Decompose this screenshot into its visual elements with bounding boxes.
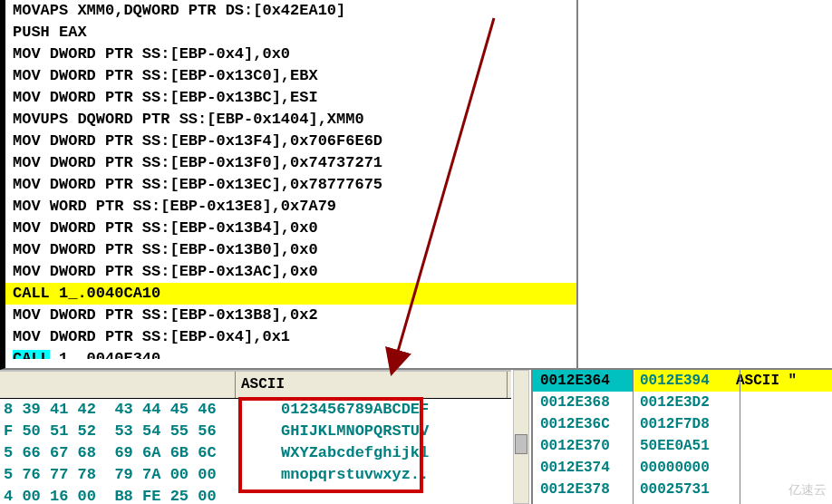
asm-line[interactable]: PUSH EAX bbox=[5, 22, 576, 44]
hex-row[interactable]: F 50 51 52 53 54 55 56 GHIJKLMNOPQRSTUV bbox=[4, 421, 511, 442]
asm-line[interactable]: MOV DWORD PTR SS:[EBP-0x13EC],0x78777675 bbox=[5, 174, 576, 196]
stack-comment bbox=[732, 392, 832, 413]
scroll-thumb[interactable] bbox=[515, 434, 527, 454]
hexdump-header-hex bbox=[0, 372, 236, 398]
stack-scrollbar[interactable] bbox=[513, 370, 529, 504]
asm-line[interactable]: MOV DWORD PTR SS:[EBP-0x13B8],0x2 bbox=[5, 305, 576, 326]
hex-row[interactable]: 5 66 67 68 69 6A 6B 6C WXYZabcdefghijkl bbox=[4, 442, 511, 464]
disassembly-pane[interactable]: MOVAPS XMM0,DQWORD PTR DS:[0x42EA10]PUSH… bbox=[0, 0, 576, 370]
hexdump-pane[interactable]: ASCII 8 39 41 42 43 44 45 46 0123456789A… bbox=[0, 370, 511, 504]
stack-value: 0012F7D8 bbox=[633, 413, 732, 435]
stack-address: 0012E378 bbox=[533, 479, 633, 500]
asm-line[interactable]: MOV DWORD PTR SS:[EBP-0x13C0],EBX bbox=[5, 65, 576, 87]
asm-line[interactable]: MOV WORD PTR SS:[EBP-0x13E8],0x7A79 bbox=[5, 196, 576, 218]
hex-row[interactable]: 8 39 41 42 43 44 45 46 0123456789ABCDEF bbox=[4, 399, 511, 421]
hex-row[interactable]: 5 76 77 78 79 7A 00 00 mnopqrstuvwxyz.. bbox=[4, 464, 511, 486]
asm-line[interactable]: MOV DWORD PTR SS:[EBP-0x13B0],0x0 bbox=[5, 239, 576, 261]
asm-mnemonic: CALL bbox=[13, 285, 50, 302]
asm-mnemonic: CALL bbox=[13, 350, 50, 359]
asm-line[interactable]: MOV DWORD PTR SS:[EBP-0x4],0x1 bbox=[5, 326, 576, 348]
stack-value: 0012E394 bbox=[633, 370, 732, 392]
stack-comment bbox=[732, 435, 832, 457]
stack-value: 00000000 bbox=[633, 457, 732, 479]
asm-line[interactable]: CALL 1_.0040E340 bbox=[5, 348, 576, 359]
stack-address: 0012E374 bbox=[533, 457, 633, 479]
hexdump-header: ASCII bbox=[0, 372, 511, 399]
stack-comment bbox=[732, 457, 832, 479]
stack-value: 50EE0A51 bbox=[633, 435, 732, 457]
stack-row[interactable]: 0012E37800025731 bbox=[533, 479, 832, 500]
stack-value: 00025731 bbox=[633, 479, 732, 500]
asm-line[interactable]: MOVUPS DQWORD PTR SS:[EBP-0x1404],XMM0 bbox=[5, 109, 576, 131]
asm-line[interactable]: MOV DWORD PTR SS:[EBP-0x13BC],ESI bbox=[5, 87, 576, 109]
stack-address: 0012E368 bbox=[533, 392, 633, 413]
stack-comment bbox=[732, 413, 832, 435]
stack-value: 0012E3D2 bbox=[633, 392, 732, 413]
stack-row[interactable]: 0012E36C0012F7D8 bbox=[533, 413, 832, 435]
hexdump-header-ascii: ASCII bbox=[236, 372, 508, 398]
asm-line[interactable]: MOV DWORD PTR SS:[EBP-0x13B4],0x0 bbox=[5, 218, 576, 239]
hex-row[interactable]: 4 00 16 00 B8 FE 25 00 bbox=[4, 486, 511, 504]
watermark: 亿速云 bbox=[788, 482, 827, 499]
stack-pane[interactable]: 0012E3640012E394ASCII "0012E3680012E3D20… bbox=[531, 370, 832, 504]
column-divider bbox=[740, 370, 740, 504]
stack-row[interactable]: 0012E3680012E3D2 bbox=[533, 392, 832, 413]
stack-row[interactable]: 0012E37050EE0A51 bbox=[533, 435, 832, 457]
asm-line[interactable]: MOV DWORD PTR SS:[EBP-0x13F0],0x74737271 bbox=[5, 152, 576, 174]
registers-pane[interactable] bbox=[576, 0, 832, 370]
asm-line[interactable]: MOV DWORD PTR SS:[EBP-0x13F4],0x706F6E6D bbox=[5, 131, 576, 152]
stack-row[interactable]: 0012E37400000000 bbox=[533, 457, 832, 479]
stack-row[interactable]: 0012E3640012E394ASCII " bbox=[533, 370, 832, 392]
column-divider bbox=[633, 370, 634, 504]
asm-line[interactable]: MOV DWORD PTR SS:[EBP-0x4],0x0 bbox=[5, 44, 576, 65]
stack-address: 0012E36C bbox=[533, 413, 633, 435]
asm-line[interactable]: MOV DWORD PTR SS:[EBP-0x13AC],0x0 bbox=[5, 261, 576, 283]
stack-address: 0012E364 bbox=[533, 370, 633, 392]
asm-line[interactable]: CALL 1_.0040CA10 bbox=[5, 283, 576, 305]
stack-address: 0012E370 bbox=[533, 435, 633, 457]
stack-comment: ASCII " bbox=[732, 370, 832, 392]
asm-line[interactable]: MOVAPS XMM0,DQWORD PTR DS:[0x42EA10] bbox=[5, 0, 576, 22]
